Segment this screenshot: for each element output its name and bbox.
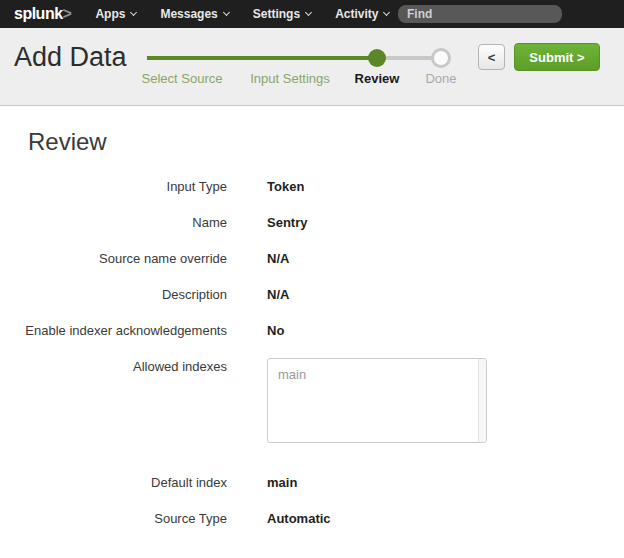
nav-menu-messages[interactable]: Messages [160,7,228,21]
page-title: Add Data [14,42,127,73]
field-label: Source Type [0,511,227,526]
field-value: N/A [267,287,289,302]
field-row-input-type: Input Type Token [0,168,624,204]
nav-menu-settings-label: Settings [253,7,300,21]
progress-done-ring [431,48,451,68]
chevron-down-icon [305,9,312,16]
field-value: main [267,475,297,490]
field-row-default-index: Default index main [0,464,624,500]
field-row-source-type: Source Type Automatic [0,500,624,536]
wizard-header: Add Data Select Source Input Settings Re… [0,28,624,106]
progress-line-completed [147,56,377,60]
nav-menu-settings[interactable]: Settings [253,7,311,21]
field-label: Description [0,287,227,302]
field-label: Input Type [0,179,227,194]
listbox-item-main: main [268,359,486,390]
step-input-settings: Input Settings [250,71,330,86]
step-done: Done [425,71,456,86]
splunk-logo-chevron-icon: > [63,5,72,22]
field-value: Sentry [267,215,307,230]
field-label: Enable indexer acknowledgements [0,323,227,338]
splunk-logo-text: splunk [14,5,63,22]
field-row-name: Name Sentry [0,204,624,240]
field-value: No [267,323,284,338]
review-form: Input Type Token Name Sentry Source name… [0,168,624,536]
nav-menu-apps-label: Apps [95,7,125,21]
chevron-down-icon [130,9,137,16]
field-label: Allowed indexes [0,348,227,374]
progress-current-dot [368,49,386,67]
step-review: Review [355,71,400,86]
review-heading: Review [28,128,107,156]
find-search-input[interactable] [398,5,562,23]
field-value: N/A [267,251,289,266]
field-value: Token [267,179,304,194]
nav-menu-messages-label: Messages [160,7,217,21]
field-row-allowed-indexes: Allowed indexes main [0,348,624,464]
field-row-indexer-acknowledgements: Enable indexer acknowledgements No [0,312,624,348]
nav-menu-apps[interactable]: Apps [95,7,136,21]
back-button[interactable]: < [478,44,505,70]
field-value: Automatic [267,511,331,526]
top-navbar: splunk> Apps Messages Settings Activity [0,0,624,28]
field-label: Source name override [0,251,227,266]
step-select-source: Select Source [142,71,223,86]
submit-button[interactable]: Submit > [514,43,600,71]
splunk-logo[interactable]: splunk> [14,5,71,23]
field-label: Name [0,215,227,230]
nav-menu-activity-label: Activity [335,7,378,21]
field-row-description: Description N/A [0,276,624,312]
field-row-source-name-override: Source name override N/A [0,240,624,276]
chevron-down-icon [383,9,390,16]
allowed-indexes-listbox[interactable]: main [267,358,487,443]
chevron-down-icon [223,9,230,16]
field-label: Default index [0,475,227,490]
listbox-scrollbar[interactable] [478,359,486,442]
nav-menu-activity[interactable]: Activity [335,7,389,21]
